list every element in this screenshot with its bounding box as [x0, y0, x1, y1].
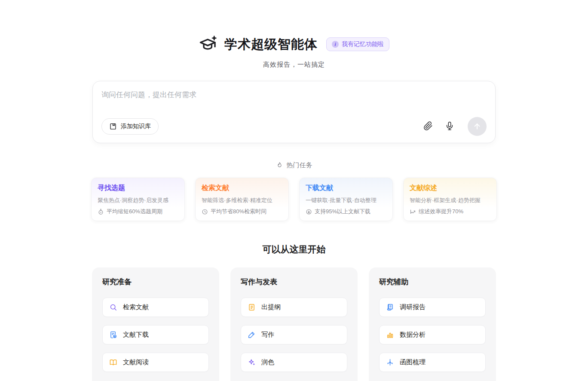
memory-feature-badge[interactable]: i 我有记忆功能啦	[326, 37, 389, 51]
composer-toolbar: 添加知识库	[101, 117, 487, 136]
item-label: 润色	[261, 358, 274, 366]
send-button[interactable]	[468, 117, 487, 136]
prompt-composer: 添加知识库	[92, 81, 496, 143]
item-polish[interactable]: 润色	[241, 353, 347, 372]
hot-card-search-literature[interactable]: 检索文献 智能筛选·多维检索·精准定位 平均节省80%检索时间	[195, 178, 289, 221]
hot-card-stat: 支持95%以上文献下载	[306, 208, 386, 215]
composer-actions	[423, 117, 487, 136]
graduation-cap-sparkle-icon	[199, 35, 218, 53]
hot-card-download-literature[interactable]: 下载文献 一键获取·批量下载·自动整理 支持95%以上文献下载	[299, 178, 393, 221]
hot-tasks-header: 热门任务	[0, 161, 588, 169]
hot-tasks-label: 热门任务	[287, 161, 312, 169]
item-label: 出提纲	[261, 303, 281, 311]
hot-card-literature-review[interactable]: 文献综述 智能分析·框架生成·趋势把握 综述效率提升70%	[403, 178, 497, 221]
trend-up-icon	[410, 209, 416, 215]
send-up-arrow-icon	[473, 122, 481, 131]
item-research-report[interactable]: 调研报告	[379, 298, 486, 317]
hot-card-desc: 聚焦热点·洞察趋势·启发灵感	[98, 197, 178, 204]
item-label: 函图梳理	[400, 358, 426, 366]
item-data-analysis[interactable]: 数据分析	[379, 325, 486, 344]
clock-icon	[202, 209, 208, 215]
group-writing-publishing: 写作与发表 出提纲 写作 润色	[230, 267, 358, 381]
add-knowledge-base-button[interactable]: 添加知识库	[101, 118, 159, 135]
hot-card-stat-text: 平均节省80%检索时间	[211, 208, 266, 215]
item-search-literature[interactable]: 检索文献	[102, 298, 209, 317]
attach-file-button[interactable]	[423, 121, 433, 132]
item-label: 文献阅读	[123, 358, 149, 366]
item-label: 检索文献	[123, 303, 149, 311]
item-diagram-organizing[interactable]: 函图梳理	[379, 353, 486, 372]
page-title: 学术超级智能体	[224, 36, 318, 53]
item-literature-reading[interactable]: 文献阅读	[102, 353, 209, 372]
doc-download-icon	[109, 331, 117, 339]
start-groups: 研究准备 检索文献 文献下载 文献阅读	[92, 267, 496, 381]
microphone-icon	[445, 121, 454, 131]
stopwatch-icon	[98, 209, 104, 215]
add-knowledge-base-label: 添加知识库	[121, 123, 151, 130]
hot-card-title: 文献综述	[410, 184, 490, 193]
sparkle-star-icon	[248, 358, 256, 366]
memory-badge-label: 我有记忆功能啦	[342, 40, 384, 48]
flame-icon	[276, 162, 283, 169]
info-icon: i	[332, 41, 339, 48]
item-label: 文献下载	[123, 331, 149, 339]
group-research-assist: 研究辅助 调研报告 数据分析	[369, 267, 496, 381]
search-icon	[109, 303, 117, 311]
header: 学术超级智能体 i 我有记忆功能啦	[0, 0, 588, 53]
hot-card-title: 寻找选题	[98, 184, 178, 193]
bar-chart-icon	[386, 331, 394, 339]
item-writing[interactable]: 写作	[241, 325, 347, 344]
tree-diagram-icon	[386, 358, 394, 366]
item-label: 调研报告	[400, 303, 426, 311]
prompt-input[interactable]	[101, 90, 487, 110]
hot-card-stat-text: 平均缩短60%选题周期	[107, 208, 162, 215]
knowledge-base-icon	[109, 123, 117, 130]
group-title: 研究准备	[102, 277, 209, 287]
page-subtitle: 高效报告，一站搞定	[0, 61, 588, 69]
hot-task-cards: 寻找选题 聚焦热点·洞察趋势·启发灵感 平均缩短60%选题周期 检索文献 智能筛…	[91, 178, 497, 221]
report-scroll-icon	[386, 303, 394, 311]
academic-agent-home: 学术超级智能体 i 我有记忆功能啦 高效报告，一站搞定 添加知识库	[0, 0, 588, 381]
item-label: 数据分析	[400, 331, 426, 339]
item-literature-download[interactable]: 文献下载	[102, 325, 209, 344]
paperclip-icon	[423, 121, 433, 131]
hot-card-desc: 一键获取·批量下载·自动整理	[306, 197, 386, 204]
item-label: 写作	[261, 331, 274, 339]
hot-card-title: 下载文献	[306, 184, 386, 193]
hot-card-stat-text: 综述效率提升70%	[419, 208, 463, 215]
pencil-icon	[248, 331, 256, 339]
hot-card-desc: 智能筛选·多维检索·精准定位	[202, 197, 282, 204]
item-create-outline[interactable]: 出提纲	[241, 298, 347, 317]
hot-card-stat: 平均节省80%检索时间	[202, 208, 282, 215]
open-book-icon	[109, 358, 117, 366]
hot-card-desc: 智能分析·框架生成·趋势把握	[410, 197, 490, 204]
hot-card-stat: 综述效率提升70%	[410, 208, 490, 215]
group-title: 写作与发表	[241, 277, 347, 287]
group-title: 研究辅助	[379, 277, 486, 287]
voice-input-button[interactable]	[444, 121, 455, 132]
hot-card-find-topic[interactable]: 寻找选题 聚焦热点·洞察趋势·启发灵感 平均缩短60%选题周期	[91, 178, 185, 221]
download-circle-icon	[306, 209, 312, 215]
outline-doc-icon	[248, 303, 256, 311]
hot-card-stat-text: 支持95%以上文献下载	[315, 208, 371, 215]
hot-card-title: 检索文献	[202, 184, 282, 193]
start-section-title: 可以从这里开始	[0, 243, 588, 255]
group-research-prep: 研究准备 检索文献 文献下载 文献阅读	[92, 267, 219, 381]
hot-card-stat: 平均缩短60%选题周期	[98, 208, 178, 215]
